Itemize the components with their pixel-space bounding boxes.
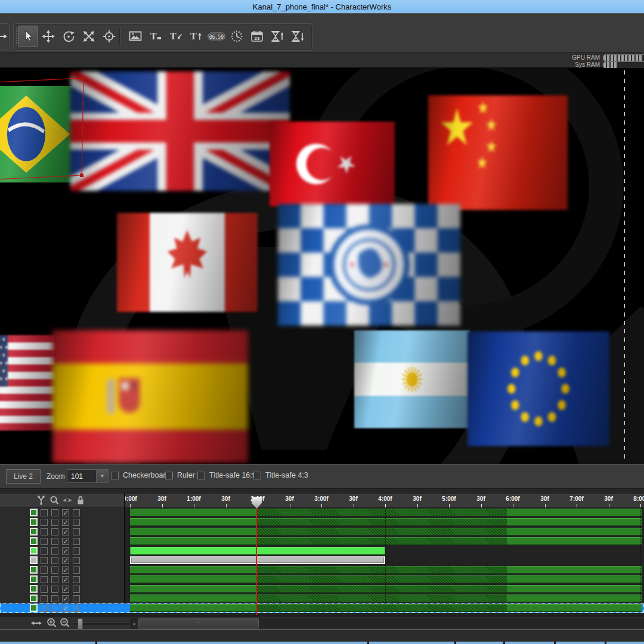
track-check-2[interactable] — [51, 547, 58, 555]
scale-tool-button[interactable] — [79, 26, 99, 47]
panel-divider[interactable] — [124, 494, 125, 614]
timeline-scrollbar[interactable]: ◂ ·· — [130, 618, 644, 628]
keyframe-icon[interactable] — [36, 495, 47, 506]
track-lock-checkbox[interactable] — [73, 576, 80, 583]
track-row[interactable]: ✓ — [0, 584, 644, 594]
track-check-1[interactable] — [41, 528, 48, 535]
timeline-bar[interactable] — [130, 566, 642, 574]
track-visibility-checkbox[interactable]: ✓ — [62, 538, 69, 545]
track-row[interactable]: ✓ — [0, 575, 644, 584]
bottom-tab-top[interactable] — [606, 642, 644, 644]
timeline-bar[interactable] — [130, 528, 642, 535]
track-check-2[interactable] — [51, 605, 58, 612]
track-visibility-checkbox[interactable]: ✓ — [62, 519, 69, 526]
track-visibility-checkbox[interactable]: ✓ — [62, 605, 69, 612]
track-check-1[interactable] — [41, 576, 48, 583]
lock-icon[interactable] — [75, 495, 86, 506]
track-lock-checkbox[interactable] — [73, 595, 80, 602]
live-2-tab[interactable]: Live 2 — [6, 469, 41, 484]
timeline-bar[interactable] — [130, 575, 642, 583]
flag-argentina[interactable] — [354, 330, 470, 428]
track-check-1[interactable] — [41, 586, 48, 593]
track-lock-checkbox[interactable] — [73, 509, 80, 516]
flag-eu[interactable] — [467, 332, 609, 446]
track-row[interactable]: ✓ — [0, 527, 644, 537]
anchor-tool-button[interactable] — [99, 26, 119, 47]
timeline-bar[interactable] — [130, 604, 642, 612]
zoom-in-icon[interactable] — [45, 617, 58, 629]
track-color-swatch[interactable] — [30, 509, 38, 516]
calendar-tool-button[interactable]: 23 — [247, 26, 267, 47]
track-visibility-checkbox[interactable]: ✓ — [62, 586, 69, 593]
track-color-swatch[interactable] — [30, 585, 38, 593]
checkbox-box[interactable] — [111, 472, 119, 479]
flag-spain[interactable] — [52, 330, 248, 463]
panel-arrow-button[interactable] — [0, 23, 10, 49]
zoom-out-icon[interactable] — [58, 617, 72, 629]
track-visibility-checkbox[interactable]: ✓ — [62, 509, 69, 516]
track-visibility-checkbox[interactable]: ✓ — [62, 547, 69, 555]
title-bar[interactable]: Kanal_7_phone_final* - CharacterWorks — [0, 0, 644, 13]
track-visibility-checkbox[interactable]: ✓ — [62, 528, 69, 535]
magnifier-icon[interactable] — [49, 495, 60, 506]
track-color-swatch[interactable] — [30, 604, 38, 612]
bottom-tab-top[interactable] — [505, 642, 554, 644]
flag-canada[interactable] — [117, 213, 258, 312]
checkbox-checkerboard[interactable]: Checkerboard — [111, 471, 170, 479]
track-lock-checkbox[interactable] — [73, 538, 80, 545]
checkbox-box[interactable] — [253, 472, 261, 479]
bottom-tab-top[interactable] — [97, 642, 367, 644]
track-check-1[interactable] — [41, 595, 48, 602]
track-color-swatch[interactable] — [30, 528, 38, 535]
track-color-swatch[interactable] — [30, 556, 38, 564]
fit-width-icon[interactable] — [30, 617, 43, 629]
move-tool-button[interactable] — [38, 26, 58, 47]
clock-tool-button[interactable] — [227, 26, 247, 47]
track-lock-checkbox[interactable] — [73, 566, 80, 574]
timeline-bar[interactable] — [130, 585, 642, 593]
checkbox-title-safe-4-3[interactable]: Title-safe 4:3 — [253, 471, 308, 479]
track-row[interactable]: ✓ — [0, 603, 644, 613]
checkbox-box[interactable] — [197, 472, 205, 479]
timeline-bar[interactable] — [130, 547, 385, 555]
timeline-bar[interactable] — [130, 556, 385, 564]
track-check-1[interactable] — [41, 509, 48, 516]
track-check-1[interactable] — [41, 566, 48, 574]
track-color-swatch[interactable] — [30, 566, 38, 574]
track-check-1[interactable] — [41, 557, 48, 564]
track-check-1[interactable] — [41, 605, 48, 612]
flag-turkey[interactable] — [270, 122, 395, 206]
checkbox-title-safe-16-9[interactable]: Title-safe 16:9 — [197, 471, 256, 479]
track-row[interactable]: ✓ — [0, 508, 644, 518]
scrollbar-thumb[interactable]: ·· — [138, 618, 259, 628]
selection-box[interactable] — [0, 68, 179, 217]
track-row[interactable]: ✓ — [0, 594, 644, 603]
track-color-swatch[interactable] — [30, 595, 38, 602]
bottom-tab-top[interactable] — [556, 642, 605, 644]
hourglass-out-tool-button[interactable] — [287, 26, 308, 47]
track-color-swatch[interactable] — [30, 547, 38, 555]
bottom-tab-top[interactable] — [369, 642, 454, 644]
track-check-2[interactable] — [51, 509, 58, 516]
track-row[interactable]: ✓ — [0, 518, 644, 527]
track-lock-checkbox[interactable] — [73, 557, 80, 564]
track-lock-checkbox[interactable] — [73, 586, 80, 593]
zoom-dropdown[interactable]: 101 ▼ — [67, 469, 109, 483]
track-lock-checkbox[interactable] — [73, 605, 80, 612]
timecode-tool-button[interactable]: 06.59 — [206, 26, 227, 47]
scroll-left-icon[interactable]: ◂ — [132, 621, 135, 627]
checkbox-ruler[interactable]: Ruler — [165, 471, 195, 479]
track-row[interactable]: ✓ — [0, 537, 644, 546]
track-check-2[interactable] — [51, 576, 58, 583]
track-check-2[interactable] — [51, 586, 58, 593]
timeline-zoom-slider[interactable] — [73, 622, 131, 626]
track-check-2[interactable] — [51, 566, 58, 574]
bottom-tab-top[interactable] — [0, 642, 95, 644]
track-lock-checkbox[interactable] — [73, 519, 80, 526]
track-lock-checkbox[interactable] — [73, 528, 80, 535]
zoom-slider-thumb[interactable] — [78, 618, 83, 630]
checkbox-box[interactable] — [165, 472, 173, 479]
track-check-2[interactable] — [51, 519, 58, 526]
track-check-2[interactable] — [51, 538, 58, 545]
timeline-bar[interactable] — [130, 518, 642, 526]
